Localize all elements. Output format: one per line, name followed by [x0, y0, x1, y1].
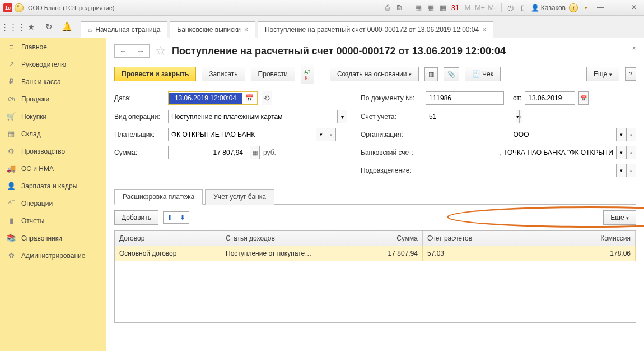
check-button[interactable]: 🧾 Чек [465, 67, 501, 81]
open-icon[interactable]: ▫ [626, 146, 636, 159]
sidebar-item-bank[interactable]: ₽Банк и касса [0, 73, 106, 90]
col-income[interactable]: Статья доходов [221, 231, 333, 246]
dropdown-icon[interactable]: ▾ [616, 146, 626, 159]
panel-icon[interactable]: ▯ [519, 3, 528, 12]
col-contract[interactable]: Договор [115, 231, 221, 246]
tab-close-icon[interactable]: × [482, 26, 486, 34]
calc-icon[interactable]: ▦ [250, 146, 260, 159]
button-label: Еще [594, 70, 607, 78]
sidebar-item-main[interactable]: ≡Главное [0, 38, 106, 56]
title-bar: 1c ООО Благо (1С:Предприятие) ⎙ 🗎 ▦ ▦ ▦ … [0, 0, 644, 16]
post-button[interactable]: Провести [251, 67, 295, 81]
button-label: Еще [610, 214, 624, 221]
button-label: Создать на основании [337, 70, 407, 78]
add-button[interactable]: Добавить [114, 210, 158, 225]
org-input[interactable] [426, 128, 616, 141]
app-menu-dropdown[interactable] [15, 3, 24, 12]
sidebar-item-salary[interactable]: 👤Зарплата и кадры [0, 177, 106, 195]
sidebar-item-manager[interactable]: ↗Руководителю [0, 56, 106, 73]
sum-input[interactable] [168, 146, 246, 159]
sum-label: Сумма: [114, 149, 165, 156]
m-minus-icon[interactable]: M- [488, 3, 497, 12]
apps-icon[interactable]: ⋮⋮⋮ [6, 20, 20, 34]
dropdown-icon[interactable]: ▾ [316, 128, 326, 141]
close-button[interactable]: ✕ [627, 3, 641, 13]
save-button[interactable]: Записать [202, 67, 245, 81]
open-icon[interactable]: ▫ [626, 164, 636, 177]
info-dropdown-icon[interactable]: ▾ [581, 3, 590, 12]
maximize-button[interactable]: ◻ [610, 3, 624, 13]
tab-home[interactable]: ⌂Начальная страница [81, 21, 167, 38]
m-icon[interactable]: M [463, 3, 472, 12]
dropdown-icon[interactable]: ▾ [337, 110, 347, 123]
org-label: Организация: [361, 131, 422, 138]
calendar-icon[interactable]: ▦ [426, 3, 435, 12]
post-and-close-button[interactable]: Провести и закрыть [114, 67, 196, 81]
grid-icon[interactable]: ▦ [438, 3, 447, 12]
subtab-decode[interactable]: Расшифровка платежа [114, 189, 203, 205]
forward-button[interactable]: → [132, 45, 149, 57]
sidebar-item-production[interactable]: ⚙Производство [0, 142, 106, 160]
doc-no-input[interactable] [426, 91, 504, 105]
back-button[interactable]: ← [115, 45, 132, 57]
info-icon[interactable]: i [569, 3, 578, 12]
move-up-icon[interactable]: ⬆ [164, 212, 176, 223]
attach-button[interactable]: 📎 [444, 67, 459, 81]
calendar-icon[interactable]: 📅 [578, 91, 589, 105]
subtab-bank-services[interactable]: Учет услуг банка [205, 189, 274, 205]
refresh-icon[interactable]: ⟲ [262, 91, 272, 105]
col-sum[interactable]: Сумма [333, 231, 423, 246]
division-input[interactable] [426, 164, 616, 177]
tab-bank-statements[interactable]: Банковские выписки× [170, 21, 255, 38]
sidebar-item-warehouse[interactable]: ▦Склад [0, 125, 106, 142]
window-title-app: (1С:Предприятие) [63, 4, 114, 11]
open-icon[interactable]: ▫ [626, 128, 636, 141]
move-down-icon[interactable]: ⬇ [176, 212, 189, 223]
col-account[interactable]: Счет расчетов [423, 231, 512, 246]
dtkt-button[interactable]: ДтКт [301, 64, 314, 84]
ruble-icon: ₽ [7, 77, 16, 86]
history-icon[interactable]: ↻ [41, 20, 56, 34]
sidebar-item-admin[interactable]: ✿Администрирование [0, 247, 106, 264]
payer-input[interactable] [168, 128, 316, 141]
tab-receipt[interactable]: Поступление на расчетный счет 0000-00017… [258, 21, 493, 38]
sidebar-item-assets[interactable]: 🚚ОС и НМА [0, 160, 106, 177]
date-input[interactable] [169, 93, 242, 104]
account-input[interactable] [426, 110, 516, 123]
table-row[interactable]: Основной договор Поступление от покупате… [115, 246, 636, 261]
sidebar-item-label: Отчеты [21, 217, 44, 225]
bank-acc-input[interactable] [426, 146, 616, 159]
print-icon[interactable]: ⎙ [383, 3, 392, 12]
favorites-icon[interactable]: ★ [24, 20, 38, 34]
op-type-input[interactable] [168, 110, 337, 123]
notifications-icon[interactable]: 🔔 [59, 20, 74, 34]
preview-icon[interactable]: 🗎 [395, 3, 404, 12]
sidebar-item-operations[interactable]: ᴬᵀОперации [0, 195, 106, 212]
open-icon[interactable]: ▫ [326, 128, 336, 141]
more-grid-button[interactable]: Еще ▾ [603, 210, 636, 225]
calendar-icon[interactable]: 📅 [242, 94, 257, 102]
doc-date-input[interactable] [525, 91, 575, 105]
sidebar-item-directories[interactable]: 📚Справочники [0, 229, 106, 247]
m-plus-icon[interactable]: M+ [475, 3, 484, 12]
dropdown-icon[interactable]: ▾ [616, 164, 626, 177]
sidebar-item-reports[interactable]: ▮Отчеты [0, 212, 106, 229]
create-based-button[interactable]: Создать на основании ▾ [330, 67, 419, 81]
link-button[interactable]: ▥ [424, 67, 438, 81]
col-commission[interactable]: Комиссия [512, 231, 636, 246]
calc-icon[interactable]: ▦ [414, 3, 423, 12]
dropdown-icon[interactable]: ▾ [616, 128, 626, 141]
sidebar-item-purchases[interactable]: 🛒Покупки [0, 108, 106, 125]
user-display[interactable]: 👤Казаков [531, 4, 566, 12]
favorite-star-icon[interactable]: ☆ [155, 44, 166, 58]
clock-icon[interactable]: ◷ [506, 3, 515, 12]
more-button[interactable]: Еще ▾ [586, 67, 619, 81]
close-doc-icon[interactable]: × [632, 44, 636, 52]
tab-close-icon[interactable]: × [244, 26, 248, 34]
person-icon: 👤 [7, 182, 16, 190]
sidebar-item-sales[interactable]: 🛍Продажи [0, 90, 106, 108]
calendar-31-icon[interactable]: 31 [451, 3, 460, 12]
minimize-button[interactable]: — [594, 3, 607, 13]
open-icon[interactable]: ▫ [519, 110, 522, 123]
help-button[interactable]: ? [625, 67, 636, 81]
